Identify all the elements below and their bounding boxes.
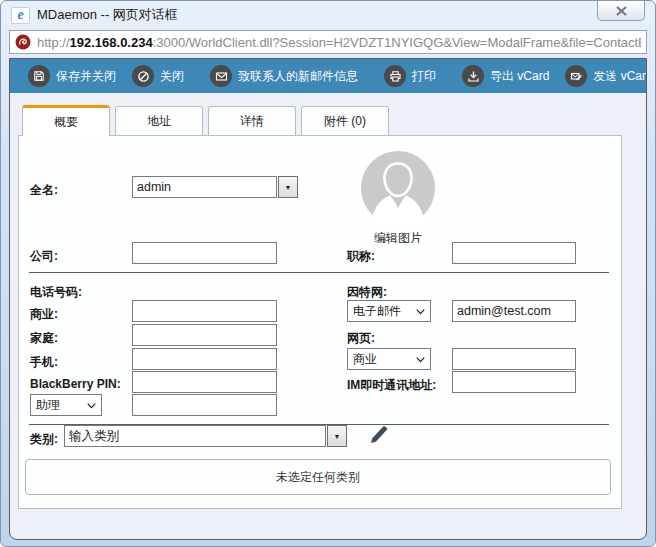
blackberry-pin-input[interactable]	[132, 371, 277, 393]
mobile-phone-input[interactable]	[132, 348, 277, 370]
company-input[interactable]	[132, 242, 277, 264]
full-name-dropdown-button[interactable]: ▼	[278, 176, 298, 198]
toolbar-button-label: 打印	[412, 68, 436, 85]
im-address-input[interactable]	[452, 371, 576, 393]
tab-label: 附件 (0)	[324, 113, 366, 130]
tab-summary[interactable]: 概要	[22, 105, 110, 136]
category-dropdown-button[interactable]: ▼	[327, 425, 347, 447]
assistant-phone-input[interactable]	[132, 394, 277, 416]
summary-panel: 全名: ▼ 编辑图片 公司:	[18, 135, 622, 509]
dialog-page: 保存并关闭 关闭 致联系人的新邮件信息	[9, 58, 647, 540]
mail-icon	[210, 65, 232, 87]
business-phone-input[interactable]	[132, 300, 277, 322]
export-vcard-button[interactable]: 导出 vCard	[462, 65, 549, 87]
send-vcard-button[interactable]: 发送 vCard	[565, 65, 647, 87]
tab-details[interactable]: 详情	[208, 106, 296, 135]
url-protocol: http://	[37, 35, 70, 50]
job-title-input[interactable]	[452, 242, 576, 264]
category-label: 类别:	[30, 431, 58, 448]
tab-label: 地址	[147, 113, 171, 130]
category-input[interactable]	[64, 425, 326, 447]
webpage-type-value: 商业	[353, 351, 377, 368]
toolbar-button-label: 关闭	[160, 68, 184, 85]
blackberry-pin-label: BlackBerry PIN:	[30, 377, 121, 391]
tab-content-area: 概要 地址 详情 附件 (0) 全名: ▼	[10, 93, 646, 539]
job-title-label: 职称:	[347, 248, 375, 265]
url-field[interactable]: http://192.168.0.234:3000/WorldClient.dl…	[9, 30, 647, 54]
print-button[interactable]: 打印	[384, 65, 436, 87]
full-name-label: 全名:	[30, 182, 58, 199]
toolbar-button-label: 保存并关闭	[56, 68, 116, 85]
send-icon	[565, 65, 587, 87]
internet-section-header: 因特网:	[347, 284, 387, 301]
dropdown-arrow-icon: ▼	[285, 184, 292, 191]
email-type-select[interactable]: 电子邮件	[347, 300, 431, 322]
webpage-label: 网页:	[347, 330, 375, 347]
url-text: http://192.168.0.234:3000/WorldClient.dl…	[37, 35, 641, 50]
toolbar: 保存并关闭 关闭 致联系人的新邮件信息	[10, 59, 646, 93]
edit-picture-link[interactable]: 编辑图片	[360, 230, 436, 247]
window-title: MDaemon -- 网页对话框	[37, 6, 178, 24]
home-phone-label: 家庭:	[30, 330, 58, 347]
dialog-window: e MDaemon -- 网页对话框 http://192.168.0.234:…	[0, 0, 656, 547]
new-mail-to-contact-button[interactable]: 致联系人的新邮件信息	[210, 65, 358, 87]
tab-bar: 概要 地址 详情 附件 (0)	[22, 106, 389, 136]
full-name-input[interactable]	[132, 176, 277, 198]
close-icon	[616, 2, 627, 20]
edit-categories-button[interactable]	[367, 422, 389, 450]
toolbar-button-label: 发送 vCard	[593, 68, 647, 85]
export-icon	[462, 65, 484, 87]
address-bar-row: http://192.168.0.234:3000/WorldClient.dl…	[9, 29, 647, 58]
tab-label: 详情	[240, 113, 264, 130]
chevron-down-icon	[416, 304, 425, 318]
ie-browser-icon: e	[11, 7, 30, 24]
no-category-text: 未选定任何类别	[276, 469, 360, 486]
chevron-down-icon	[416, 352, 425, 366]
webpage-input[interactable]	[452, 348, 576, 370]
tab-attachments[interactable]: 附件 (0)	[301, 106, 389, 135]
print-icon	[384, 65, 406, 87]
email-address-input[interactable]	[452, 300, 576, 322]
mdaemon-favicon-icon	[15, 34, 31, 50]
contact-avatar[interactable]	[360, 150, 436, 226]
close-button[interactable]	[597, 1, 645, 21]
email-type-value: 电子邮件	[353, 303, 401, 320]
save-icon	[28, 65, 50, 87]
webpage-type-select[interactable]: 商业	[347, 348, 431, 370]
cancel-icon	[132, 65, 154, 87]
frame-body: http://192.168.0.234:3000/WorldClient.dl…	[9, 29, 647, 540]
business-phone-label: 商业:	[30, 306, 58, 323]
url-host: 192.168.0.234	[70, 35, 153, 50]
toolbar-button-label: 导出 vCard	[490, 68, 549, 85]
mobile-phone-label: 手机:	[30, 354, 58, 371]
save-and-close-button[interactable]: 保存并关闭	[28, 65, 116, 87]
assistant-phone-type-select[interactable]: 助理	[30, 394, 102, 416]
selected-categories-box: 未选定任何类别	[25, 459, 611, 495]
url-path: :3000/WorldClient.dll?Session=H2VDZT1NYI…	[153, 35, 641, 50]
im-address-label: IM即时通讯地址:	[347, 377, 436, 394]
phone-section-header: 电话号码:	[30, 284, 82, 301]
home-phone-input[interactable]	[132, 324, 277, 346]
assistant-type-value: 助理	[36, 397, 60, 414]
close-dialog-button[interactable]: 关闭	[132, 65, 184, 87]
pencil-icon	[367, 422, 389, 446]
section-divider	[29, 272, 609, 273]
chevron-down-icon	[87, 398, 96, 412]
titlebar[interactable]: e MDaemon -- 网页对话框	[1, 1, 655, 29]
tab-address[interactable]: 地址	[115, 106, 203, 135]
dropdown-arrow-icon: ▼	[334, 433, 341, 440]
company-label: 公司:	[30, 248, 58, 265]
toolbar-button-label: 致联系人的新邮件信息	[238, 68, 358, 85]
tab-label: 概要	[54, 114, 78, 131]
